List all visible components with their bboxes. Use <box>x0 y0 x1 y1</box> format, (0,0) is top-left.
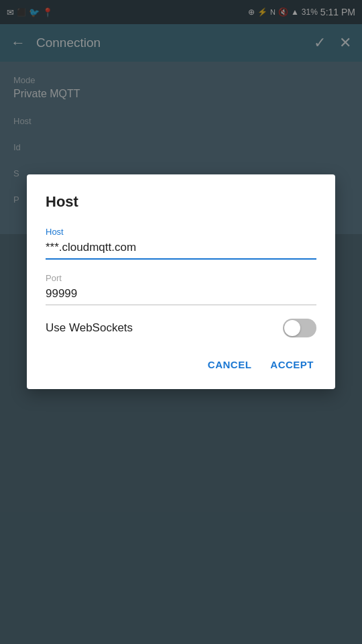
host-field-label: Host <box>46 227 316 237</box>
dialog-overlay: Host Host Port Use WebSockets CANCEL ACC… <box>0 0 362 644</box>
port-field-label: Port <box>46 273 316 283</box>
host-input[interactable] <box>46 239 316 260</box>
websockets-row: Use WebSockets <box>46 319 316 337</box>
dialog-actions: CANCEL ACCEPT <box>46 354 316 376</box>
host-field-group: Host <box>46 227 316 260</box>
port-field-group: Port <box>46 273 316 305</box>
cancel-button[interactable]: CANCEL <box>205 354 255 376</box>
accept-button[interactable]: ACCEPT <box>267 354 316 376</box>
websockets-toggle[interactable] <box>283 319 316 337</box>
toggle-knob <box>284 320 300 336</box>
websockets-label: Use WebSockets <box>46 321 133 335</box>
dialog-title: Host <box>46 193 316 211</box>
port-input[interactable] <box>46 286 316 305</box>
host-dialog: Host Host Port Use WebSockets CANCEL ACC… <box>27 174 335 389</box>
